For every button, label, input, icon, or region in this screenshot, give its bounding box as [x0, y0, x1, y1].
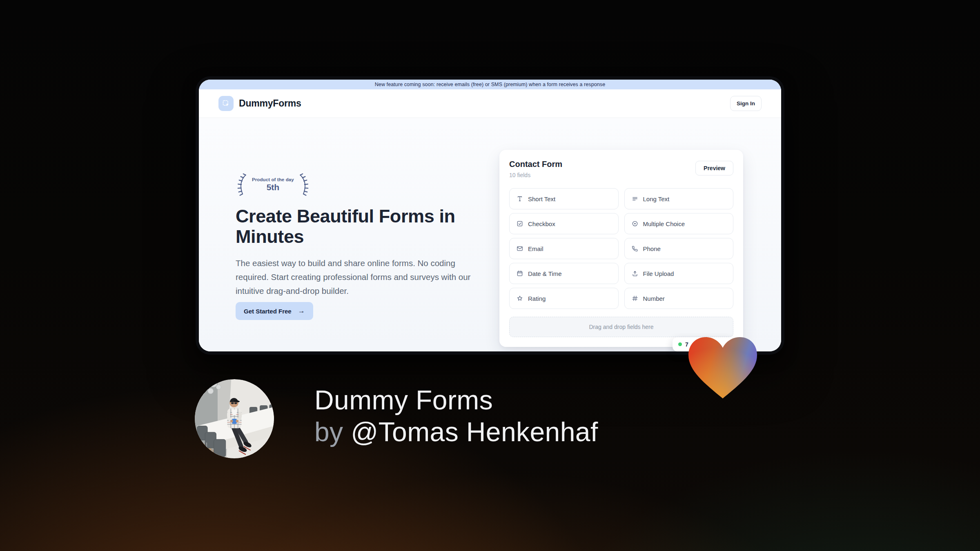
- hero-title: Create Beautiful Forms in Minutes: [236, 206, 464, 247]
- browser-window: New feature coming soon: receive emails …: [196, 76, 784, 355]
- arrow-right-icon: →: [298, 307, 305, 315]
- author-avatar: [195, 379, 274, 458]
- product-of-day-badge: Product of the day 5th: [236, 173, 481, 196]
- laurel-left-icon: [236, 173, 248, 196]
- footer-by: by: [314, 417, 351, 447]
- brand[interactable]: DummyForms: [218, 96, 301, 111]
- field-type-button[interactable]: Phone: [624, 238, 734, 259]
- app-header: DummyForms Sign In: [199, 89, 781, 118]
- short-text-icon: [516, 195, 523, 202]
- form-fields-count: 10 fields: [509, 172, 562, 178]
- field-type-grid: Short Text Long Text Checkbox Multiple C…: [509, 188, 733, 309]
- checkbox-icon: [516, 220, 523, 227]
- award-rank: 5th: [252, 182, 294, 192]
- field-type-button[interactable]: Short Text: [509, 188, 619, 209]
- long-text-icon: [631, 195, 639, 202]
- hash-icon: [631, 295, 639, 302]
- star-icon: [516, 295, 523, 302]
- upload-icon: [631, 270, 639, 277]
- email-icon: [516, 245, 523, 252]
- app-viewport: New feature coming soon: receive emails …: [199, 80, 781, 351]
- field-type-button[interactable]: Checkbox: [509, 213, 619, 234]
- calendar-icon: [516, 270, 523, 277]
- sign-in-button[interactable]: Sign In: [730, 96, 762, 111]
- footer-line1: Dummy Forms: [314, 384, 598, 416]
- award-title: Product of the day: [252, 177, 294, 182]
- preview-button[interactable]: Preview: [695, 161, 733, 176]
- phone-icon: [631, 245, 639, 252]
- get-started-button[interactable]: Get Started Free →: [236, 302, 313, 320]
- announcement-banner: New feature coming soon: receive emails …: [199, 80, 781, 89]
- form-card-header: Contact Form 10 fields Preview: [509, 160, 733, 178]
- form-builder-card: Contact Form 10 fields Preview Short Tex…: [499, 150, 743, 347]
- dropzone-text: Drag and drop fields here: [589, 324, 654, 330]
- promo-canvas: New feature coming soon: receive emails …: [0, 0, 980, 551]
- field-type-button[interactable]: Email: [509, 238, 619, 259]
- hero-description: The easiest way to build and share onlin…: [236, 256, 476, 298]
- heart-icon: [682, 329, 764, 404]
- footer-author: @Tomas Henkenhaf: [351, 417, 598, 447]
- award-text: Product of the day 5th: [252, 177, 294, 192]
- field-type-button[interactable]: File Upload: [624, 263, 734, 284]
- multiple-choice-icon: [631, 220, 639, 227]
- announcement-text: New feature coming soon: receive emails …: [375, 82, 606, 87]
- laurel-right-icon: [298, 173, 310, 196]
- field-type-button[interactable]: Long Text: [624, 188, 734, 209]
- hero-section: Product of the day 5th Create Beautiful …: [199, 118, 781, 351]
- brand-name: DummyForms: [239, 98, 301, 109]
- footer-line2: by @Tomas Henkenhaf: [314, 416, 598, 448]
- status-dot-icon: [678, 342, 682, 346]
- hero-copy: Product of the day 5th Create Beautiful …: [236, 173, 481, 320]
- field-type-button[interactable]: Multiple Choice: [624, 213, 734, 234]
- field-type-button[interactable]: Date & Time: [509, 263, 619, 284]
- field-type-button[interactable]: Number: [624, 288, 734, 309]
- app-logo-icon: [218, 96, 234, 111]
- field-type-button[interactable]: Rating: [509, 288, 619, 309]
- get-started-label: Get Started Free: [244, 308, 292, 315]
- form-title: Contact Form: [509, 160, 562, 169]
- footer-title: Dummy Forms by @Tomas Henkenhaf: [314, 384, 598, 448]
